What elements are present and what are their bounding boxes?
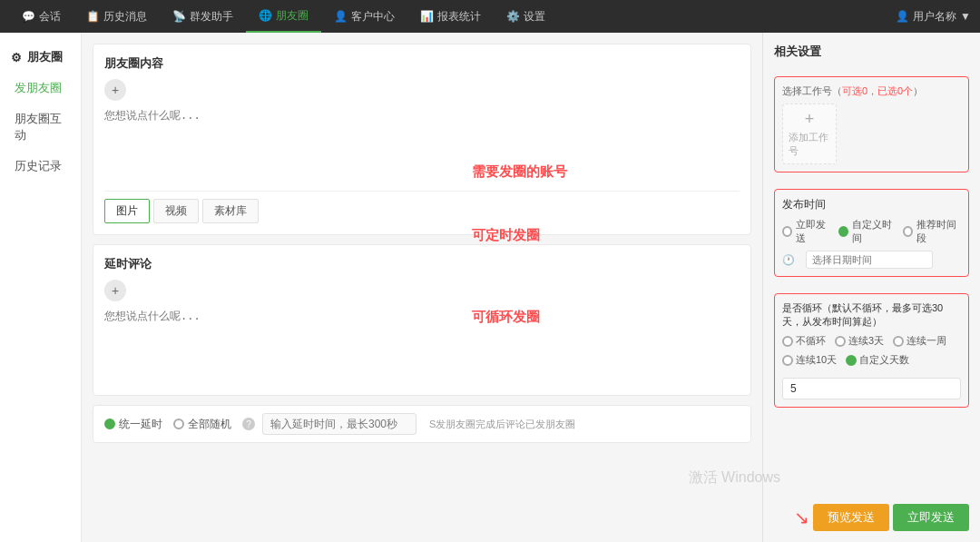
add-work-button[interactable]: + 添加工作号: [782, 103, 837, 164]
sidebar-title-icon: ⚙: [11, 51, 22, 64]
delay-hint-text: S发朋友圈完成后评论已发朋友圈: [429, 418, 575, 431]
datetime-input[interactable]: [806, 251, 933, 269]
time-row-1: 立即发送 自定义时间 推荐时间段: [782, 218, 961, 245]
group-icon: 📡: [172, 10, 186, 23]
help-icon[interactable]: ?: [242, 418, 255, 430]
nav-group[interactable]: 📡 群发助手: [160, 0, 246, 33]
recommended-radio-dot: [903, 226, 913, 237]
radio-unified-delay[interactable]: 统一延时: [104, 417, 162, 432]
comment-textarea[interactable]: [104, 309, 740, 381]
time-opt-recommended[interactable]: 推荐时间段: [903, 218, 961, 245]
loop-opt-week[interactable]: 连续一周: [893, 334, 946, 348]
top-nav: 💬 会话 📋 历史消息 📡 群发助手 🌐 朋友圈 👤 客户中心 📊 报表统计 ⚙…: [0, 0, 980, 33]
delay-comment-title: 延时评论: [104, 256, 740, 272]
nav-customer[interactable]: 👤 客户中心: [321, 0, 407, 33]
delay-comment-card: 延时评论 +: [93, 244, 751, 396]
loop-opt-custom[interactable]: 自定义天数: [846, 353, 909, 367]
work-account-label: 选择工作号（可选0，已选0个）: [782, 84, 961, 98]
user-avatar-icon: 👤: [896, 10, 909, 23]
loop-options: 不循环 连续3天 连续一周 连续10天: [782, 334, 961, 367]
right-panel: 相关设置 选择工作号（可选0，已选0个） + 添加工作号 发布时间: [762, 33, 980, 542]
report-icon: 📊: [420, 10, 434, 23]
delay-radio-group: 统一延时 全部随机 ?: [104, 417, 255, 432]
calendar-icon: 🕐: [782, 254, 795, 266]
action-row: ↘ 预览发送 立即发送: [774, 497, 969, 531]
timing-options-bar: 统一延时 全部随机 ? S发朋友圈完成后评论已发朋友圈: [93, 405, 751, 443]
loop-none-dot: [782, 336, 793, 347]
loop-opt-3days[interactable]: 连续3天: [835, 334, 884, 348]
loop-title: 是否循环（默认不循环，最多可选30天，从发布时间算起）: [782, 301, 961, 329]
loop-10days-dot: [782, 355, 793, 366]
sidebar-item-post[interactable]: 发朋友圈: [0, 73, 81, 103]
nav-moments[interactable]: 🌐 朋友圈: [246, 0, 321, 33]
arrow-icon: ↘: [794, 507, 809, 528]
media-tab-video[interactable]: 视频: [153, 199, 199, 223]
sidebar: ⚙ 朋友圈 发朋友圈 朋友圈互动 历史记录: [0, 33, 82, 542]
nav-settings[interactable]: ⚙️ 设置: [494, 0, 558, 33]
sidebar-item-history[interactable]: 历史记录: [0, 151, 81, 182]
media-tab-assets[interactable]: 素材库: [202, 199, 259, 223]
radio-random-dot: [173, 419, 184, 429]
sidebar-item-interact[interactable]: 朋友圈互动: [0, 103, 81, 151]
scrollable-area: 朋友圈内容 + 需要发圈的账号 图片 视频: [82, 33, 762, 542]
send-time-section: 发布时间 立即发送 自定义时间 推荐时间段: [774, 189, 969, 277]
custom-radio-dot: [838, 226, 848, 237]
spacer: [774, 417, 969, 488]
datetime-input-row: 🕐: [782, 251, 961, 269]
media-tabs: 图片 视频 素材库: [104, 191, 740, 223]
user-info: 👤 用户名称 ▼: [896, 9, 971, 25]
loop-opt-10days[interactable]: 连续10天: [782, 353, 837, 367]
loop-3days-dot: [835, 336, 846, 347]
add-comment-button[interactable]: +: [104, 280, 126, 301]
loop-week-dot: [893, 336, 904, 347]
content-right-wrapper: 朋友圈内容 + 需要发圈的账号 图片 视频: [82, 33, 980, 542]
delay-time-input[interactable]: [262, 413, 416, 435]
add-content-button[interactable]: +: [104, 79, 126, 101]
radio-unified-dot: [104, 419, 115, 429]
nav-chat[interactable]: 💬 会话: [9, 0, 74, 33]
work-count-label: 可选0，已选0个: [842, 85, 913, 96]
moments-icon: 🌐: [259, 9, 272, 22]
moments-content-title: 朋友圈内容: [104, 55, 740, 72]
loop-opt-none[interactable]: 不循环: [782, 334, 826, 348]
send-button[interactable]: 立即发送: [893, 504, 969, 531]
time-opt-custom[interactable]: 自定义时间: [838, 218, 897, 245]
sidebar-title: ⚙ 朋友圈: [0, 42, 81, 73]
work-account-box: 选择工作号（可选0，已选0个） + 添加工作号: [774, 76, 969, 172]
send-time-title: 发布时间: [782, 197, 961, 212]
loop-section: 是否循环（默认不循环，最多可选30天，从发布时间算起） 不循环 连续3天 连续一…: [774, 293, 969, 408]
username-label: 用户名称: [913, 9, 956, 25]
main-layout: ⚙ 朋友圈 发朋友圈 朋友圈互动 历史记录 朋友圈内容 +: [0, 33, 980, 542]
time-opt-immediate[interactable]: 立即发送: [782, 218, 831, 245]
moments-content-card: 朋友圈内容 + 需要发圈的账号 图片 视频: [93, 44, 751, 235]
history-icon: 📋: [86, 10, 100, 23]
dropdown-icon[interactable]: ▼: [960, 10, 971, 23]
add-work-label: 添加工作号: [789, 131, 830, 158]
preview-button[interactable]: 预览发送: [813, 504, 889, 531]
center-content: 朋友圈内容 + 需要发圈的账号 图片 视频: [82, 33, 762, 542]
immediate-radio-dot: [782, 226, 792, 237]
loop-custom-dot: [846, 355, 857, 366]
radio-random[interactable]: 全部随机: [173, 417, 231, 432]
settings-icon: ⚙️: [506, 10, 520, 23]
settings-title: 相关设置: [774, 44, 969, 60]
plus-icon: +: [805, 110, 815, 129]
time-options: 立即发送 自定义时间 推荐时间段 🕐: [782, 218, 961, 269]
content-textarea[interactable]: [104, 108, 740, 181]
media-tab-photo[interactable]: 图片: [104, 199, 150, 223]
loop-custom-input[interactable]: [782, 378, 961, 399]
customer-icon: 👤: [334, 10, 348, 23]
chat-icon: 💬: [22, 10, 35, 23]
nav-history[interactable]: 📋 历史消息: [74, 0, 160, 33]
nav-report[interactable]: 📊 报表统计: [407, 0, 494, 33]
